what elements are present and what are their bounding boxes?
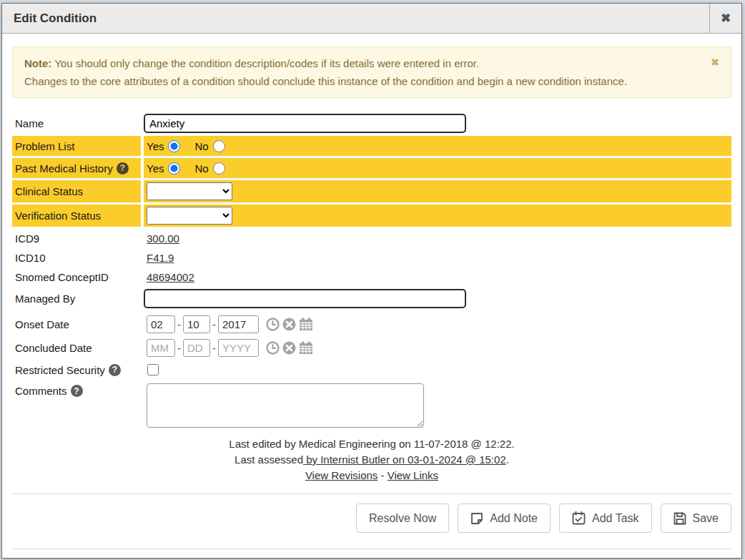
onset-month-input[interactable] — [147, 315, 175, 333]
save-button[interactable]: Save — [661, 503, 731, 533]
date-separator: - — [177, 342, 181, 354]
row-concluded-date: Concluded Date - - — [12, 337, 731, 358]
add-task-button[interactable]: Add Task — [559, 503, 652, 533]
past-medical-history-label: Past Medical History — [15, 162, 113, 175]
audit-info: Last edited by Medical Engineering on 11… — [12, 436, 731, 483]
verification-status-select[interactable] — [147, 207, 232, 225]
help-icon[interactable]: ? — [109, 364, 121, 376]
condition-form: Name Problem List Yes No Past Medical Hi… — [12, 112, 731, 483]
resolve-now-button[interactable]: Resolve Now — [356, 503, 449, 533]
clock-icon[interactable] — [266, 318, 280, 331]
concluded-year-input[interactable] — [218, 339, 259, 357]
snomed-code-link[interactable]: 48694002 — [147, 271, 194, 283]
row-restricted-security: Restricted Security ? — [12, 360, 731, 379]
action-button-bar: Resolve Now Add Note Add Task Save — [12, 503, 731, 533]
clinical-status-label: Clinical Status — [12, 180, 141, 202]
dialog-title: Edit Condition — [2, 11, 709, 26]
save-icon — [674, 512, 686, 525]
help-icon[interactable]: ? — [117, 162, 129, 175]
icd9-code-link[interactable]: 300.00 — [147, 232, 179, 245]
row-icd9: ICD9 300.00 — [12, 230, 731, 247]
concluded-day-input[interactable] — [183, 339, 210, 357]
row-onset-date: Onset Date - - — [12, 313, 731, 335]
last-assessed-link[interactable]: by Internist Butler on 03-01-2024 @ 15:0… — [303, 453, 506, 466]
dialog-header: Edit Condition ✖ — [2, 4, 741, 34]
save-label: Save — [693, 512, 719, 525]
row-past-medical-history: Past Medical History ? Yes No — [12, 158, 731, 178]
pmh-yes-label: Yes — [147, 162, 164, 175]
restricted-security-checkbox[interactable] — [147, 364, 159, 375]
last-edited-text: Last edited by Medical Engineering on 11… — [12, 436, 731, 452]
onset-year-input[interactable] — [218, 315, 259, 333]
row-name: Name — [12, 112, 731, 134]
calendar-icon[interactable] — [299, 318, 313, 331]
concluded-date-label: Concluded Date — [12, 337, 141, 358]
note-icon — [470, 512, 483, 525]
problem-list-yes-label: Yes — [147, 140, 164, 152]
name-input[interactable] — [144, 114, 466, 133]
help-icon[interactable]: ? — [71, 385, 83, 397]
date-separator: - — [212, 342, 216, 354]
icd10-code-link[interactable]: F41.9 — [147, 252, 174, 264]
row-comments: Comments ? — [12, 383, 731, 428]
add-note-button[interactable]: Add Note — [458, 503, 551, 533]
calendar-icon[interactable] — [299, 341, 313, 355]
managed-by-input[interactable] — [144, 289, 466, 308]
row-problem-list: Problem List Yes No — [12, 136, 731, 156]
note-dismiss-icon[interactable]: ✖ — [711, 57, 719, 67]
clear-date-icon[interactable] — [282, 318, 296, 331]
task-calendar-icon — [572, 511, 586, 525]
row-icd10: ICD10 F41.9 — [12, 249, 731, 266]
add-task-label: Add Task — [592, 512, 639, 525]
add-note-label: Add Note — [490, 512, 538, 525]
verification-status-label: Verification Status — [12, 205, 141, 227]
concluded-month-input[interactable] — [147, 339, 175, 357]
problem-list-yes-radio[interactable] — [168, 140, 180, 152]
snomed-label: Snomed ConceptID — [12, 268, 141, 285]
last-assessed-text: Last assessed by Internist Butler on 03-… — [12, 452, 731, 468]
restricted-security-label: Restricted Security — [15, 364, 105, 376]
name-label: Name — [12, 112, 141, 134]
row-clinical-status: Clinical Status — [12, 180, 731, 202]
problem-list-no-label: No — [194, 140, 208, 152]
close-icon[interactable]: ✖ — [709, 4, 741, 33]
comments-label: Comments — [15, 385, 67, 397]
row-snomed: Snomed ConceptID 48694002 — [12, 268, 731, 285]
date-separator: - — [212, 318, 216, 330]
note-line2: Changes to the core attributes of a cond… — [24, 72, 719, 90]
pmh-no-radio[interactable] — [213, 162, 225, 175]
onset-day-input[interactable] — [183, 315, 210, 333]
icd9-label: ICD9 — [12, 230, 141, 247]
row-managed-by: Managed By — [12, 288, 731, 309]
note-prefix: Note: — [24, 57, 51, 69]
footer-padding — [2, 549, 741, 558]
managed-by-label: Managed By — [12, 288, 141, 309]
resolve-now-label: Resolve Now — [369, 512, 436, 525]
view-links-link[interactable]: View Links — [388, 469, 438, 481]
pmh-yes-radio[interactable] — [168, 162, 180, 175]
divider — [12, 493, 731, 494]
onset-date-label: Onset Date — [12, 313, 141, 335]
note-line1: Note: You should only change the conditi… — [24, 54, 719, 72]
edit-condition-dialog: Edit Condition ✖ Note: You should only c… — [1, 3, 742, 559]
icd10-label: ICD10 — [12, 249, 141, 266]
problem-list-label: Problem List — [12, 136, 141, 156]
warning-note: Note: You should only change the conditi… — [12, 46, 731, 98]
clinical-status-select[interactable] — [147, 182, 232, 200]
pmh-no-label: No — [194, 162, 208, 175]
view-links-line: View Revisions - View Links — [12, 468, 731, 483]
clock-icon[interactable] — [266, 341, 280, 355]
problem-list-no-radio[interactable] — [213, 140, 225, 152]
comments-textarea[interactable] — [147, 383, 424, 428]
row-verification-status: Verification Status — [12, 205, 731, 227]
view-revisions-link[interactable]: View Revisions — [305, 469, 378, 481]
date-separator: - — [177, 318, 181, 330]
clear-date-icon[interactable] — [282, 341, 296, 355]
